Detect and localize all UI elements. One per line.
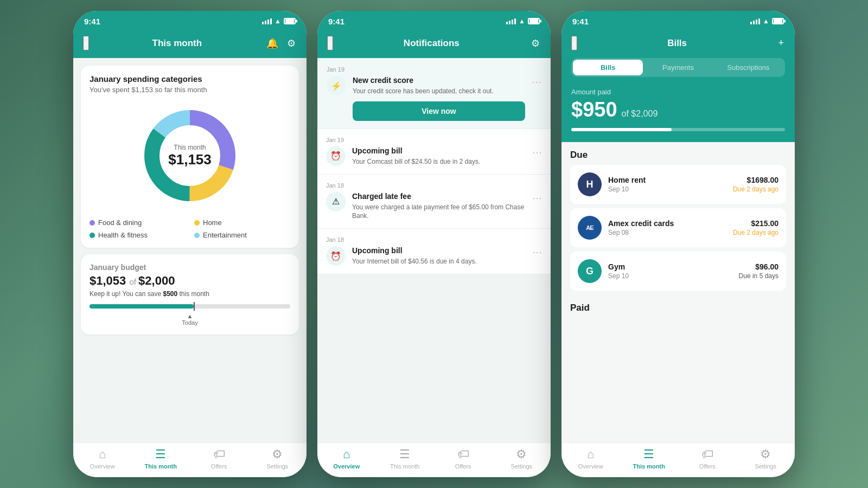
legend-food: Food & dining	[90, 219, 186, 227]
gym-date: Sep 10	[608, 272, 732, 280]
add-bill-button[interactable]: +	[777, 36, 785, 50]
notif-title-2: Upcoming bill	[352, 146, 526, 155]
overview-label-1: Overview	[90, 463, 115, 470]
back-button-1[interactable]: ‹	[83, 36, 89, 50]
wifi-icon-3: ▲	[763, 17, 769, 25]
nav-this-month-3[interactable]: ☰ This month	[633, 447, 665, 470]
entertainment-label: Entertainment	[203, 231, 247, 239]
nav-settings-1[interactable]: ⚙ Settings	[261, 447, 293, 470]
filter-button-1[interactable]: ⚙	[286, 36, 297, 50]
amex-avatar: AE	[578, 216, 602, 240]
notif-date-2: Jan 19	[326, 137, 542, 143]
amount-paid-row: $950 of $2,009	[571, 98, 785, 121]
notif-icon-4: ⏰	[326, 246, 346, 266]
nav-this-month-1[interactable]: ☰ This month	[144, 447, 177, 470]
nav-offers-1[interactable]: 🏷 Offers	[203, 447, 235, 470]
notif-more-3[interactable]: ⋯	[532, 192, 542, 204]
phone-this-month: 9:41 ▲ ‹ This month 🔔 ⚙	[73, 11, 307, 477]
nav-settings-3[interactable]: ⚙ Settings	[749, 447, 782, 470]
this-month-icon-3: ☰	[643, 447, 654, 461]
spending-categories-card: January spending categories You've spent…	[81, 66, 299, 248]
budget-total: $2,000	[138, 274, 175, 287]
status-icons-2: ▲	[506, 17, 540, 25]
battery-icon-2	[528, 18, 540, 24]
health-label: Health & fitness	[98, 231, 148, 239]
offers-icon-1: 🏷	[213, 447, 225, 461]
gym-avatar: G	[578, 259, 602, 283]
nav-overview-3[interactable]: ⌂ Overview	[575, 447, 607, 470]
budget-progress-bg	[90, 304, 290, 309]
notification-bell-button[interactable]: 🔔	[265, 36, 279, 50]
nav-overview-1[interactable]: ⌂ Overview	[86, 447, 119, 470]
budget-of-label: of	[129, 277, 138, 286]
nav-offers-3[interactable]: 🏷 Offers	[691, 447, 724, 470]
notification-item-4: Jan 18 ⏰ Upcoming bill Your Internet bil…	[317, 229, 551, 274]
budget-card: January budget $1,053 of $2,000 Keep it …	[81, 254, 299, 335]
notif-body-2: ⏰ Upcoming bill Your Comcast bill of $24…	[326, 146, 542, 166]
budget-amounts: $1,053 of $2,000	[90, 274, 290, 288]
notif-desc-1: Your credit score has been updated, chec…	[353, 87, 525, 96]
header-title-2: Notifications	[404, 38, 459, 49]
phones-container: 9:41 ▲ ‹ This month 🔔 ⚙	[0, 0, 868, 488]
budget-title: January budget	[90, 263, 290, 272]
phone2-content: Jan 19 ⚡ New credit score Your credit sc…	[317, 58, 551, 442]
wifi-icon: ▲	[275, 17, 281, 25]
home-rent-status: Due 2 days ago	[733, 185, 778, 193]
notif-title-1: New credit score	[353, 76, 525, 85]
donut-center: This month $1,153	[168, 144, 212, 168]
amex-right: $215.00 Due 2 days ago	[733, 219, 778, 236]
settings-icon-2: ⚙	[516, 447, 527, 461]
nav-offers-2[interactable]: 🏷 Offers	[447, 447, 480, 470]
back-button-3[interactable]: ‹	[571, 36, 577, 50]
time-2: 9:41	[328, 17, 344, 26]
entertainment-dot	[194, 233, 200, 238]
donut-label: This month	[168, 144, 212, 151]
donut-amount: $1,153	[168, 151, 212, 168]
wifi-icon-2: ▲	[519, 17, 525, 25]
amount-paid-label: Amount paid	[571, 88, 785, 96]
notification-item-1: Jan 19 ⚡ New credit score Your credit sc…	[317, 58, 551, 129]
notif-body-4: ⏰ Upcoming bill Your Internet bill of $4…	[326, 246, 542, 266]
view-now-button[interactable]: View now	[353, 101, 525, 121]
settings-label-1: Settings	[266, 463, 288, 470]
battery-icon	[284, 18, 296, 24]
this-month-icon-1: ☰	[155, 447, 166, 461]
this-month-icon-2: ☰	[399, 447, 410, 461]
bill-item-amex[interactable]: AE Amex credit cards Sep 08 $215.00 Due …	[570, 208, 786, 247]
notif-more-1[interactable]: ⋯	[532, 76, 541, 88]
signal-icon-2	[506, 18, 516, 24]
bills-tabs: Bills Payments Subscriptions	[571, 58, 785, 77]
spending-subtitle: You've spent $1,153 so far this month	[90, 86, 290, 94]
bill-item-gym[interactable]: G Gym Sep 10 $96.00 Due in 5 days	[570, 252, 786, 291]
amex-name: Amex credit cards	[608, 219, 726, 228]
overview-icon-2: ⌂	[343, 447, 350, 461]
tab-bills[interactable]: Bills	[573, 60, 643, 75]
filter-button-2[interactable]: ⚙	[530, 36, 541, 50]
food-dot	[90, 220, 95, 226]
legend-health: Health & fitness	[90, 231, 186, 239]
notif-content-3: Charged late fee You were charged a late…	[352, 192, 526, 221]
gym-right: $96.00 Due in 5 days	[739, 262, 778, 280]
header-title-3: Bills	[667, 38, 687, 49]
overview-icon-1: ⌂	[99, 447, 106, 461]
this-month-label-3: This month	[633, 463, 665, 470]
notif-more-2[interactable]: ⋯	[532, 146, 542, 158]
back-button-2[interactable]: ‹	[327, 36, 333, 50]
notif-body-3: ⚠ Charged late fee You were charged a la…	[326, 192, 542, 221]
status-icons-3: ▲	[750, 17, 784, 25]
health-dot	[90, 233, 95, 238]
tab-payments[interactable]: Payments	[643, 60, 713, 75]
bill-item-home-rent[interactable]: H Home rent Sep 10 $1698.00 Due 2 days a…	[570, 165, 786, 204]
budget-progress-marker	[194, 302, 195, 311]
bottom-nav-1: ⌂ Overview ☰ This month 🏷 Offers ⚙ Setti…	[73, 442, 307, 477]
notif-more-4[interactable]: ⋯	[532, 246, 542, 258]
tab-subscriptions[interactable]: Subscriptions	[713, 60, 783, 75]
nav-this-month-2[interactable]: ☰ This month	[388, 447, 421, 470]
nav-settings-2[interactable]: ⚙ Settings	[505, 447, 538, 470]
notif-date-4: Jan 18	[326, 236, 542, 243]
phone-notifications: 9:41 ▲ ‹ Notifications ⚙ Jan 19	[317, 11, 551, 477]
home-rent-right: $1698.00 Due 2 days ago	[733, 176, 778, 193]
offers-icon-2: 🏷	[457, 447, 469, 461]
nav-overview-2[interactable]: ⌂ Overview	[330, 447, 363, 470]
home-rent-amount: $1698.00	[733, 176, 778, 184]
